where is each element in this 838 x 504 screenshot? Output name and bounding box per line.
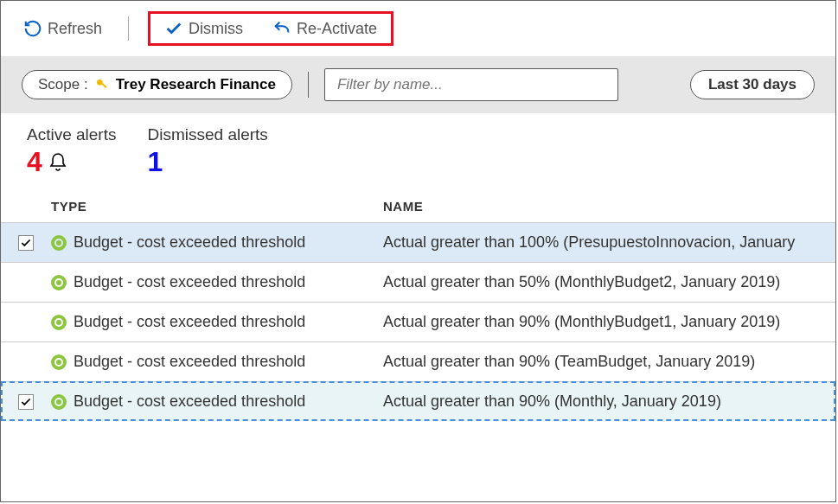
row-type-text: Budget - cost exceeded threshold	[74, 392, 305, 411]
column-type-header[interactable]: TYPE	[51, 199, 383, 214]
row-checkbox[interactable]	[18, 394, 34, 410]
budget-icon	[51, 354, 67, 370]
filter-divider	[308, 72, 309, 98]
row-type-text: Budget - cost exceeded threshold	[74, 233, 305, 252]
row-name-text: Actual greater than 90% (TeamBudget, Jan…	[383, 353, 818, 371]
refresh-button[interactable]: Refresh	[16, 16, 109, 41]
active-alerts-stat: Active alerts 4	[27, 125, 116, 178]
active-alerts-label: Active alerts	[27, 125, 116, 144]
bell-icon	[48, 152, 68, 173]
reactivate-button[interactable]: Re-Activate	[265, 16, 384, 41]
filter-name-input[interactable]	[324, 68, 618, 101]
scope-value: Trey Research Finance	[116, 76, 276, 93]
row-type-text: Budget - cost exceeded threshold	[74, 273, 305, 291]
filter-bar: Scope : Trey Research Finance Last 30 da…	[1, 56, 835, 113]
budget-icon	[51, 235, 67, 251]
table-row[interactable]: Budget - cost exceeded threshold Actual …	[1, 262, 835, 302]
row-name-text: Actual greater than 50% (MonthlyBudget2,…	[383, 273, 818, 291]
row-name-text: Actual greater than 90% (MonthlyBudget1,…	[383, 313, 818, 331]
scope-selector[interactable]: Scope : Trey Research Finance	[22, 70, 292, 99]
daterange-selector[interactable]: Last 30 days	[690, 70, 815, 99]
row-name-text: Actual greater than 100% (PresupuestoInn…	[383, 233, 818, 252]
active-alerts-count: 4	[27, 146, 42, 178]
refresh-label: Refresh	[48, 20, 102, 38]
row-name-text: Actual greater than 90% (Monthly, Januar…	[383, 392, 818, 411]
table-body: Budget - cost exceeded threshold Actual …	[1, 222, 835, 421]
row-checkbox[interactable]	[18, 235, 34, 251]
table-row[interactable]: Budget - cost exceeded threshold Actual …	[1, 381, 835, 421]
row-type-text: Budget - cost exceeded threshold	[74, 313, 305, 331]
budget-icon	[51, 315, 67, 330]
refresh-icon	[23, 19, 42, 38]
toolbar: Refresh Dismiss Re-Activate	[1, 1, 835, 56]
dismissed-alerts-count: 1	[147, 146, 163, 178]
key-icon	[95, 78, 109, 92]
daterange-label: Last 30 days	[708, 76, 796, 93]
dismiss-button[interactable]: Dismiss	[157, 16, 250, 41]
budget-icon	[51, 275, 67, 290]
reactivate-label: Re-Activate	[297, 20, 377, 38]
scope-prefix: Scope :	[38, 76, 88, 93]
annotation-highlight: Dismiss Re-Activate	[148, 11, 393, 46]
stats-row: Active alerts 4 Dismissed alerts 1	[1, 113, 835, 187]
table-row[interactable]: Budget - cost exceeded threshold Actual …	[1, 341, 835, 381]
undo-icon	[272, 19, 291, 38]
row-type-text: Budget - cost exceeded threshold	[74, 353, 305, 371]
table-header: TYPE NAME	[1, 187, 835, 222]
dismiss-label: Dismiss	[189, 20, 243, 38]
check-icon	[164, 19, 183, 38]
column-name-header[interactable]: NAME	[383, 199, 818, 214]
toolbar-divider	[128, 16, 129, 41]
table-row[interactable]: Budget - cost exceeded threshold Actual …	[1, 302, 835, 341]
table-row[interactable]: Budget - cost exceeded threshold Actual …	[1, 222, 835, 262]
budget-icon	[51, 394, 67, 410]
dismissed-alerts-label: Dismissed alerts	[147, 125, 267, 144]
dismissed-alerts-stat: Dismissed alerts 1	[147, 125, 267, 178]
